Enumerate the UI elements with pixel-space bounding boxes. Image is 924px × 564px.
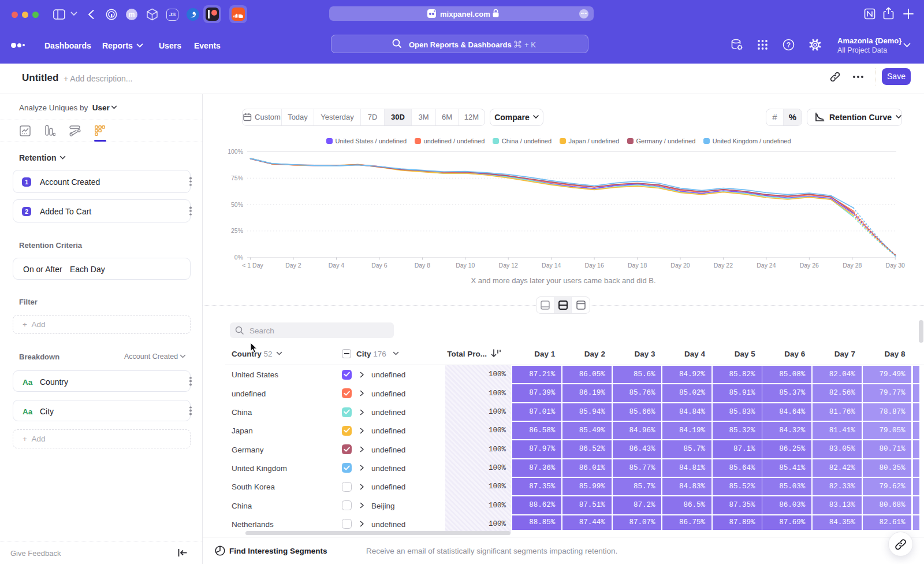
svg-text:Day 24: Day 24 xyxy=(757,262,776,269)
svg-text:Day 4: Day 4 xyxy=(329,262,345,269)
svg-text:75%: 75% xyxy=(231,175,243,181)
svg-text:Day 16: Day 16 xyxy=(584,262,603,269)
svg-text:100%: 100% xyxy=(228,148,243,155)
svg-text:< 1 Day: < 1 Day xyxy=(242,262,263,269)
svg-text:Day 8: Day 8 xyxy=(415,262,431,269)
svg-text:Day 12: Day 12 xyxy=(499,262,518,269)
svg-text:50%: 50% xyxy=(231,201,243,208)
svg-text:Day 28: Day 28 xyxy=(843,262,862,269)
svg-text:Day 14: Day 14 xyxy=(542,262,561,269)
svg-text:25%: 25% xyxy=(231,227,243,234)
svg-text:Day 26: Day 26 xyxy=(800,262,819,269)
svg-text:Day 22: Day 22 xyxy=(714,262,733,269)
svg-text:Day 18: Day 18 xyxy=(628,262,647,269)
svg-text:Day 6: Day 6 xyxy=(371,262,388,269)
svg-text:Day 10: Day 10 xyxy=(456,262,475,269)
svg-text:Day 20: Day 20 xyxy=(670,262,690,269)
svg-text:Day 2: Day 2 xyxy=(285,262,301,269)
svg-text:Day 30: Day 30 xyxy=(886,262,905,269)
svg-text:0%: 0% xyxy=(234,254,243,261)
